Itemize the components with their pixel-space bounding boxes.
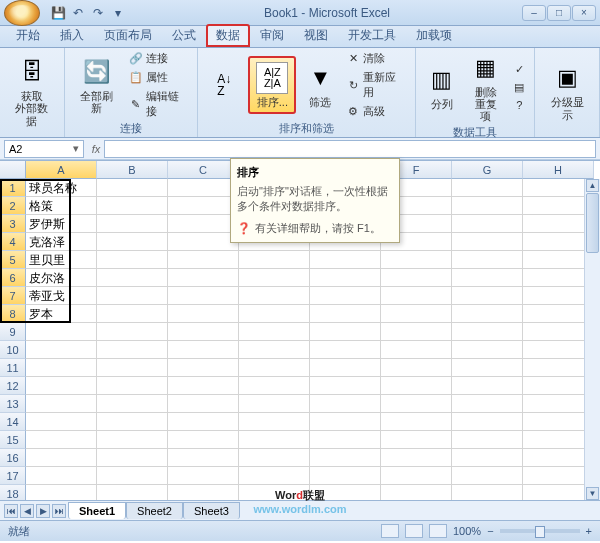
row-header[interactable]: 9 — [0, 323, 26, 341]
cell[interactable] — [97, 467, 168, 485]
cell[interactable]: 格策 — [26, 197, 97, 215]
cell[interactable] — [168, 305, 239, 323]
tab-开始[interactable]: 开始 — [6, 24, 50, 47]
cell[interactable] — [452, 395, 523, 413]
tab-审阅[interactable]: 审阅 — [250, 24, 294, 47]
cell[interactable] — [97, 269, 168, 287]
cell[interactable] — [239, 485, 310, 500]
row-header[interactable]: 1 — [0, 179, 26, 197]
tab-开发工具[interactable]: 开发工具 — [338, 24, 406, 47]
cell[interactable] — [97, 449, 168, 467]
scroll-up-icon[interactable]: ▲ — [586, 179, 599, 192]
cell[interactable] — [168, 413, 239, 431]
cell[interactable] — [381, 413, 452, 431]
edit-links-button[interactable]: ✎编辑链接 — [127, 88, 192, 120]
cell[interactable] — [168, 215, 239, 233]
cell[interactable] — [381, 359, 452, 377]
cell[interactable] — [310, 341, 381, 359]
zoom-level[interactable]: 100% — [453, 525, 481, 537]
data-validation-button[interactable]: ✓ — [510, 61, 528, 77]
cell[interactable] — [97, 197, 168, 215]
outline-button[interactable]: ▣ 分级显示 — [541, 60, 593, 122]
cell[interactable] — [26, 431, 97, 449]
advanced-filter-button[interactable]: ⚙高级 — [344, 103, 408, 120]
cell[interactable] — [381, 467, 452, 485]
cell[interactable] — [168, 431, 239, 449]
clear-filter-button[interactable]: ✕清除 — [344, 50, 408, 67]
cell[interactable] — [310, 269, 381, 287]
row-header[interactable]: 13 — [0, 395, 26, 413]
cell[interactable] — [239, 395, 310, 413]
cell[interactable] — [239, 323, 310, 341]
column-header[interactable]: G — [452, 161, 523, 179]
sheet-nav-prev[interactable]: ◀ — [20, 504, 34, 518]
row-header[interactable]: 8 — [0, 305, 26, 323]
cell[interactable] — [452, 251, 523, 269]
cell[interactable] — [239, 251, 310, 269]
cell[interactable] — [26, 359, 97, 377]
refresh-all-button[interactable]: 🔄 全部刷新 — [71, 54, 123, 116]
cell[interactable] — [310, 251, 381, 269]
cell[interactable] — [26, 377, 97, 395]
tab-插入[interactable]: 插入 — [50, 24, 94, 47]
column-header[interactable]: H — [523, 161, 594, 179]
cell[interactable] — [452, 269, 523, 287]
cell[interactable] — [168, 233, 239, 251]
cell[interactable] — [381, 251, 452, 269]
cell[interactable] — [168, 179, 239, 197]
select-all-corner[interactable] — [0, 161, 26, 179]
page-break-view-button[interactable] — [429, 524, 447, 538]
cell[interactable] — [452, 323, 523, 341]
formula-bar[interactable] — [104, 140, 596, 158]
cell[interactable] — [310, 377, 381, 395]
minimize-button[interactable]: – — [522, 5, 546, 21]
cell[interactable] — [168, 287, 239, 305]
cell[interactable] — [452, 431, 523, 449]
row-header[interactable]: 2 — [0, 197, 26, 215]
cell[interactable]: 里贝里 — [26, 251, 97, 269]
cell[interactable] — [452, 359, 523, 377]
cell[interactable] — [381, 287, 452, 305]
sheet-tab[interactable]: Sheet3 — [183, 502, 240, 519]
row-header[interactable]: 7 — [0, 287, 26, 305]
cell[interactable] — [239, 359, 310, 377]
tab-页面布局[interactable]: 页面布局 — [94, 24, 162, 47]
row-header[interactable]: 16 — [0, 449, 26, 467]
cell[interactable] — [97, 179, 168, 197]
undo-icon[interactable]: ↶ — [70, 5, 86, 21]
row-header[interactable]: 3 — [0, 215, 26, 233]
sort-dialog-button[interactable]: A|ZZ|A 排序... — [252, 60, 292, 110]
cell[interactable] — [26, 341, 97, 359]
sheet-tab[interactable]: Sheet1 — [68, 502, 126, 519]
cell[interactable] — [168, 269, 239, 287]
cell[interactable] — [381, 269, 452, 287]
column-header[interactable]: A — [26, 161, 97, 179]
close-button[interactable]: × — [572, 5, 596, 21]
cell[interactable] — [97, 359, 168, 377]
tab-加载项[interactable]: 加载项 — [406, 24, 462, 47]
cell[interactable] — [168, 467, 239, 485]
sheet-nav-last[interactable]: ⏭ — [52, 504, 66, 518]
name-box[interactable]: A2▾ — [4, 140, 84, 158]
cell[interactable] — [168, 485, 239, 500]
cell[interactable] — [168, 449, 239, 467]
reapply-button[interactable]: ↻重新应用 — [344, 69, 408, 101]
cell[interactable] — [168, 197, 239, 215]
cell[interactable] — [452, 179, 523, 197]
cell[interactable] — [26, 323, 97, 341]
cell[interactable] — [26, 413, 97, 431]
cell[interactable] — [452, 233, 523, 251]
cell[interactable] — [97, 395, 168, 413]
cell[interactable] — [381, 395, 452, 413]
cell[interactable] — [310, 395, 381, 413]
cell[interactable] — [97, 233, 168, 251]
cell[interactable] — [239, 341, 310, 359]
page-layout-view-button[interactable] — [405, 524, 423, 538]
cell[interactable] — [168, 395, 239, 413]
connections-button[interactable]: 🔗连接 — [127, 50, 192, 67]
cell[interactable] — [310, 485, 381, 500]
qat-dropdown-icon[interactable]: ▾ — [110, 5, 126, 21]
cell[interactable] — [97, 431, 168, 449]
cell[interactable] — [239, 431, 310, 449]
cell[interactable] — [97, 485, 168, 500]
